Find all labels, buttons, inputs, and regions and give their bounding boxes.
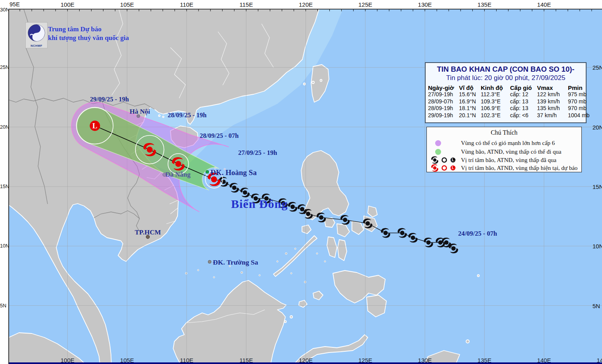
island-speck (159, 115, 160, 116)
track-time-28-09-07h: 28/09/25 - 07h (200, 132, 239, 140)
island-speck (285, 321, 287, 323)
area-purple-icon (435, 140, 441, 146)
lon-label-bottom: 100E (61, 357, 75, 364)
truongsa-dot (208, 260, 211, 263)
legend-typhoon-icon-eye (433, 166, 436, 170)
alert-cell: 109.3°E (481, 98, 510, 105)
track-time-28-09-19h: 28/09/25 - 19h (168, 111, 206, 119)
alert-cell: 28/09-19h (428, 105, 459, 112)
alert-forecast-row: 28/09-07h16.9°N109.3°Ecấp: 13139 km/h970… (426, 98, 586, 105)
storm-track-map: L 100E105E110E115E120E125E130E135E140E10… (0, 0, 602, 364)
lat-label-right: 10N (592, 243, 602, 250)
lon-label-top: 135E (478, 1, 491, 8)
alert-col-header: Kinh độ (481, 84, 510, 91)
legend-item-label: Vùng bão, ATNĐ, vùng thấp có thể đi qua (461, 149, 561, 155)
legend-swatch-area-green (430, 149, 461, 155)
legend-item-label: Vị trí tâm bão, ATNĐ, vùng thấp hiện tại… (461, 165, 577, 172)
alert-cell: 970 mb (568, 105, 587, 112)
legend-swatch-symbols-forecast: L (430, 164, 461, 172)
past-storm-symbol-eye (232, 185, 237, 190)
lat-label-left: 20N (0, 124, 9, 130)
label-truong-sa: ĐK. Trường Sa (213, 258, 258, 267)
label-hanoi: Hà Nội (130, 108, 150, 116)
lon-label-top: 105E (120, 1, 134, 8)
alert-forecast-row: 29/09-19h20.1°N102.3°Ecấp: <637 km/h1004… (426, 112, 586, 119)
lat-label-left: 25N (0, 65, 9, 70)
alert-title: TIN BAO KHAN CAP (CON BAO SO 10)- (426, 65, 586, 74)
alert-cell: 139 km/h (537, 98, 568, 105)
past-storm-symbol-eye (451, 246, 456, 251)
alert-col-header: Vĩ độ (459, 84, 481, 91)
nchmf-logo-icon (27, 23, 46, 42)
island-speck (320, 80, 322, 82)
island-speck (312, 81, 314, 84)
alert-cell: 106.9°E (481, 105, 510, 112)
legend-typhoon-icon (431, 164, 438, 172)
lon-label-bottom: 120E (299, 357, 313, 364)
nchmf-logo-text: NCHMF (26, 44, 47, 48)
alert-cell: 37 km/h (537, 112, 568, 119)
legend-depression-icon (442, 158, 447, 162)
current-storm-symbol-eye (211, 176, 217, 182)
label-tphcm: TP.HCM (135, 229, 161, 236)
legend-box: Chú Thích Vùng có thể có gió mạnh lớn hơ… (426, 127, 582, 172)
past-storm-symbol-eye (365, 221, 370, 226)
alert-cell: 112.3°E (481, 91, 510, 98)
lon-label-bottom: 105E (120, 357, 134, 364)
label-danang: Đà Nẵng (165, 171, 191, 179)
past-storm-symbol-eye (300, 207, 304, 211)
lon-label-top: 100E (61, 1, 75, 8)
forecast-storm-symbol-eye (147, 147, 153, 152)
area-green-icon (435, 149, 441, 155)
legend-item: Vùng bão, ATNĐ, vùng thấp có thể đi qua (430, 148, 561, 156)
alert-forecast-row: 28/09-19h18.1°N106.9°Ecấp: 13135 km/h970… (426, 105, 586, 112)
track-time-29-09: 29/09/25 - 19h (90, 95, 129, 103)
island-speck (162, 116, 164, 118)
alert-cell: 975 mb (568, 91, 587, 98)
alert-cell: 102.3°E (481, 112, 510, 119)
alert-forecast-row: 27/09-19h15.6°N112.3°Ecấp: 12122 km/h975… (426, 91, 586, 98)
lat-label-left: 15N (0, 184, 9, 189)
alert-table-header: Ngày-giờVĩ độKinh độCấp gióVmaxPmin (426, 84, 586, 91)
past-storm-symbol-eye (306, 212, 310, 216)
alert-cell: cấp: <6 (510, 112, 537, 119)
alert-cell: 970 mb (568, 98, 587, 105)
nchmf-logo: NCHMF (25, 22, 48, 48)
lat-label-left: 10N (0, 243, 9, 249)
alert-issued-time: Tin phát lúc: 20 giờ 00 phút, 27/09/2025 (426, 74, 586, 82)
legend-item-label: Vị trí tâm bão, ATNĐ, vùng thấp đã qua (461, 157, 556, 164)
alert-cell: 1004 mb (568, 112, 589, 119)
past-storm-symbol-eye (411, 236, 415, 240)
past-storm-symbol-eye (444, 240, 449, 245)
alert-cell: cấp: 13 (510, 98, 537, 105)
lat-label-right: 5N (592, 302, 600, 309)
island-speck (466, 340, 469, 343)
legend-low-letter: L (452, 166, 454, 170)
lat-label-right: 25N (592, 64, 602, 71)
past-storm-symbol-eye (400, 231, 404, 235)
hoangsa-dot (206, 170, 209, 173)
track-time-27-09: 27/09/25 - 19h (238, 149, 277, 157)
past-storm-symbol-eye (290, 204, 295, 209)
lon-label-top: 120E (299, 1, 313, 8)
alert-col-header: Vmax (537, 84, 568, 91)
lon-label-top: 140E (537, 1, 551, 8)
legend-depression-icon (442, 166, 447, 170)
lon-label-bottom: 140E (537, 357, 551, 364)
past-storm-symbol-eye (426, 240, 431, 245)
legend-title: Chú Thích (427, 129, 581, 136)
agency-name-line1: Trung tâm Dự báo (48, 25, 101, 33)
symbols-past-icons: L (430, 156, 459, 164)
alert-col-header: Cấp gió (510, 84, 537, 91)
alert-cell: 27/09-19h (428, 91, 459, 98)
lon-label-top: 130E (418, 1, 432, 8)
past-storm-symbol-eye (243, 190, 247, 194)
legend-item-label: Vùng có thể có gió mạnh lớn hơn cấp 6 (461, 140, 555, 147)
lon-label-bottom: 110E (180, 357, 193, 364)
island-speck (304, 83, 306, 85)
forecast-low-letter: L (92, 122, 97, 130)
lon-label-bottom: 130E (418, 357, 432, 364)
past-storm-symbol-eye (343, 218, 347, 222)
alert-cell: 122 km/h (537, 91, 568, 98)
legend-low-letter: L (452, 158, 454, 162)
